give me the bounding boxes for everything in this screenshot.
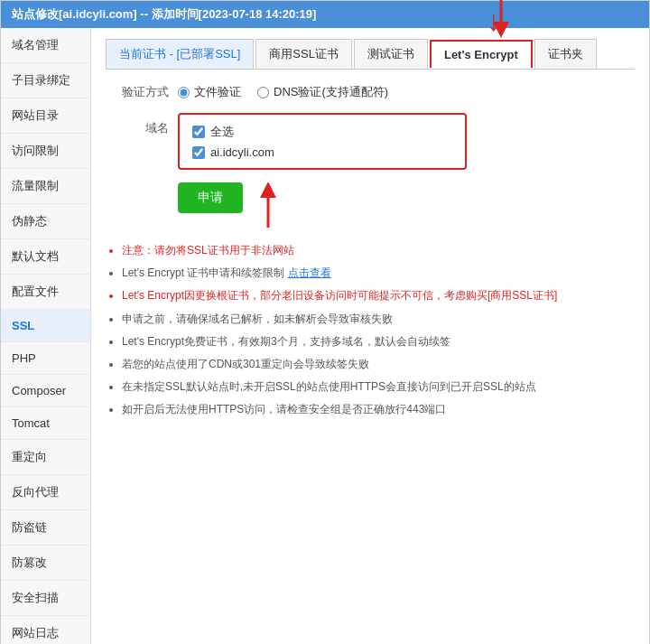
sidebar-item-security[interactable]: 安全扫描	[1, 581, 90, 616]
tabs-bar: 当前证书 - [已部署SSL] 商用SSL证书 测试证书 Let's Encry…	[106, 39, 635, 70]
notice-5: Let's Encrypt免费证书，有效期3个月，支持多域名，默认会自动续签	[122, 333, 635, 350]
verify-method-row: 验证方式 文件验证 DNS验证(支持通配符)	[106, 84, 635, 100]
letsencrypt-arrow-indicator: ↓	[487, 5, 501, 38]
domain-value: ai.idcyli.com	[210, 145, 274, 159]
apply-row: 申请	[106, 182, 635, 228]
select-all-item: 全选	[192, 124, 452, 140]
notice-8: 如开启后无法使用HTTPS访问，请检查安全组是否正确放行443端口	[122, 401, 635, 418]
sidebar-item-subdir[interactable]: 子目录绑定	[1, 63, 90, 98]
sidebar-item-php[interactable]: PHP	[1, 342, 90, 375]
domain-row: 域名 全选 ai.idcyli.com	[106, 113, 635, 170]
sidebar-item-tamper[interactable]: 防篡改	[1, 546, 90, 581]
sidebar-item-sitelogs[interactable]: 网站日志	[1, 616, 90, 644]
sidebar-item-defaultdoc[interactable]: 默认文档	[1, 239, 90, 275]
sidebar-item-config[interactable]: 配置文件	[1, 275, 90, 310]
sidebar-item-tomcat[interactable]: Tomcat	[1, 407, 90, 440]
domain-label: 域名	[106, 120, 169, 136]
domain-checkbox[interactable]	[192, 146, 205, 159]
notice-6: 若您的站点使用了CDN或301重定向会导致续签失败	[122, 356, 635, 373]
file-verify-label: 文件验证	[194, 84, 241, 100]
tab-test-cert[interactable]: 测试证书	[354, 39, 428, 69]
sidebar-item-pseudostatic[interactable]: 伪静态	[1, 204, 90, 239]
window-title: 站点修改[ai.idcyli.com] -- 添加时间[2023-07-18 1…	[12, 7, 316, 21]
sidebar-item-ssl[interactable]: SSL	[1, 310, 90, 342]
verify-radio-group: 文件验证 DNS验证(支持通配符)	[178, 84, 388, 100]
notice-1: 注意：请勿将SSL证书用于非法网站	[122, 242, 635, 259]
tab-commercial-ssl[interactable]: 商用SSL证书	[255, 39, 352, 69]
domain-box: 全选 ai.idcyli.com	[178, 113, 467, 170]
arrow-svg	[465, 0, 537, 43]
file-verify-radio[interactable]	[178, 87, 190, 98]
notice-3-link[interactable]: [商用SSL证书]	[488, 289, 557, 302]
domain-item: ai.idcyli.com	[192, 145, 452, 159]
notice-7: 在未指定SSL默认站点时,未开启SSL的站点使用HTTPS会直接访问到已开启SS…	[122, 378, 635, 396]
notice-3: Let's Encrypt因更换根证书，部分老旧设备访问时可能提示不可信，考虑购…	[122, 287, 635, 304]
tab-container: 当前证书 - [已部署SSL] 商用SSL证书 测试证书 Let's Encry…	[106, 39, 635, 70]
tab-current-cert[interactable]: 当前证书 - [已部署SSL]	[106, 39, 254, 69]
main-content: 当前证书 - [已部署SSL] 商用SSL证书 测试证书 Let's Encry…	[91, 28, 649, 644]
apply-button[interactable]: 申请	[178, 182, 243, 213]
notice-2-link[interactable]: 点击查看	[288, 266, 331, 279]
tab-certfile[interactable]: 证书夹	[534, 39, 597, 69]
sidebar-item-access[interactable]: 访问限制	[1, 134, 90, 169]
dns-verify-radio[interactable]	[257, 87, 269, 98]
dns-verify-label: DNS验证(支持通配符)	[274, 84, 388, 100]
sidebar: 域名管理 子目录绑定 网站目录 访问限制 流量限制 伪静态 默认文档 配置文件 …	[1, 28, 91, 644]
tab-letsencrypt[interactable]: Let's Encrypt	[430, 40, 533, 68]
sidebar-item-reverseproxy[interactable]: 反向代理	[1, 475, 90, 510]
sidebar-item-domain[interactable]: 域名管理	[1, 28, 90, 63]
apply-arrow-svg	[250, 182, 286, 228]
notice-2: Let's Encrypt 证书申请和续签限制 点击查看	[122, 265, 635, 282]
sidebar-item-composer[interactable]: Composer	[1, 375, 90, 407]
select-all-label: 全选	[210, 124, 234, 140]
sidebar-item-webdir[interactable]: 网站目录	[1, 98, 90, 134]
sidebar-item-hotlink[interactable]: 防盗链	[1, 510, 90, 546]
notice-list: 注意：请勿将SSL证书用于非法网站 Let's Encrypt 证书申请和续签限…	[106, 242, 635, 419]
sidebar-item-redirect[interactable]: 重定向	[1, 440, 90, 475]
notice-4: 申请之前，请确保域名已解析，如未解析会导致审核失败	[122, 311, 635, 328]
sidebar-item-traffic[interactable]: 流量限制	[1, 169, 90, 204]
dns-verify-option[interactable]: DNS验证(支持通配符)	[257, 84, 388, 100]
verify-label: 验证方式	[106, 84, 169, 100]
file-verify-option[interactable]: 文件验证	[178, 84, 241, 100]
select-all-checkbox[interactable]	[192, 126, 205, 138]
title-bar: 站点修改[ai.idcyli.com] -- 添加时间[2023-07-18 1…	[1, 1, 649, 28]
